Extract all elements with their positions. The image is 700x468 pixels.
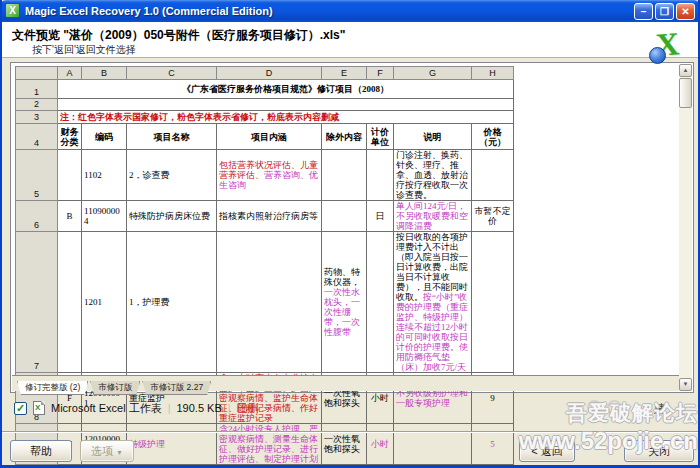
window-title: Magic Excel Recovery 1.0 (Commercial Edi… bbox=[25, 0, 273, 22]
cell: 120100010 bbox=[82, 465, 127, 468]
row-number: 6 bbox=[16, 201, 58, 232]
sheet-row: 10F120100010气管切开护理含吸痰、药物灌入、定时消毒、更换套管及纱布。… bbox=[16, 465, 514, 468]
cell: 含24小时设专人护理，严密观察病情、测量生命体征、做好护理记录、进行护理评估、制… bbox=[217, 424, 322, 465]
sheet-tab[interactable]: 市修订版 2.27 bbox=[142, 381, 211, 395]
merged-cell: 《广东省医疗服务价格项目规范》修订项目（2008） bbox=[58, 80, 514, 99]
cell bbox=[472, 150, 514, 201]
file-type-label: Microsoft Excel 工作表 bbox=[51, 401, 162, 416]
sheet-row: 2 bbox=[16, 99, 514, 111]
file-nav-icons: ‹ › bbox=[587, 400, 622, 415]
cell: 门诊注射、换药、针灸、理疗、推拿、血透、放射治疗按疗程收取一次诊查费。 bbox=[394, 150, 472, 201]
preview-subtitle: 按下'返回'返回文件选择 bbox=[32, 43, 136, 57]
cell bbox=[217, 232, 322, 373]
grid-corner-cell bbox=[16, 67, 58, 80]
cell bbox=[472, 232, 514, 373]
sheet-tabs-bar: 修订完整版 (2)市修订版市修订版 2.27 bbox=[12, 375, 679, 391]
cell: 日 bbox=[367, 201, 394, 232]
column-header: E bbox=[322, 67, 367, 80]
sheet-row: 4财务分类编码项目名称项目内涵除外内容计价单位说明价格（元） bbox=[16, 124, 514, 150]
column-header-row: ABCDEFGH bbox=[16, 67, 514, 80]
cell: 除外内容 bbox=[322, 124, 367, 150]
column-header: D bbox=[217, 67, 322, 80]
row-number: 1 bbox=[16, 80, 58, 99]
chevron-down-icon: ▼ bbox=[116, 449, 123, 456]
sheet-tab[interactable]: 修订完整版 (2) bbox=[17, 381, 88, 395]
next-file-icon[interactable]: › bbox=[607, 400, 622, 415]
cell: 市暂不定价 bbox=[472, 201, 514, 232]
cell: 2，诊查费 bbox=[127, 150, 217, 201]
separator: | bbox=[228, 402, 231, 414]
cell: 价格（元） bbox=[472, 124, 514, 150]
merged-cell: 注：红色字体表示国家修订，粉色字体表示省修订，粉底表示内容删减 bbox=[58, 111, 514, 124]
cell: 药物、特殊仪器，一次性水枕头，一次性绷带，一次性腹带 bbox=[322, 232, 367, 373]
sheet-row: 3注：红色字体表示国家修订，粉色字体表示省修订，粉底表示内容删减 bbox=[16, 111, 514, 124]
close-window-button[interactable]: ✕ bbox=[676, 3, 695, 20]
row-number: 10 bbox=[16, 465, 58, 468]
cell: 特殊防护病房床位费 bbox=[127, 201, 217, 232]
preview-title: 文件预览 "湛价（2009）050号附件（医疗服务项目修订）.xls" bbox=[12, 27, 345, 44]
cell: 说明 bbox=[394, 124, 472, 150]
cell: 1201 bbox=[82, 232, 127, 373]
cell: 60 bbox=[472, 465, 514, 468]
cell: 单人间124元/日，不另收取暖费和空调降温费 bbox=[394, 201, 472, 232]
column-header: F bbox=[367, 67, 394, 80]
app-logo-icon: X bbox=[650, 26, 690, 66]
file-info-row: ✓ X Microsoft Excel 工作表 | 190.5 KB | 已删 bbox=[14, 400, 259, 416]
scroll-down-icon[interactable]: ▼ bbox=[679, 378, 692, 391]
cell: 1，护理费 bbox=[127, 232, 217, 373]
minimize-button[interactable]: – bbox=[634, 3, 653, 20]
cell bbox=[322, 150, 367, 201]
column-header: A bbox=[58, 67, 82, 80]
sheet-row: 712011，护理费药物、特殊仪器，一次性水枕头，一次性绷带，一次性腹带按日收取… bbox=[16, 232, 514, 373]
cell: 特级护理 bbox=[127, 424, 217, 465]
help-button[interactable]: 帮助 bbox=[10, 440, 72, 462]
cell: F bbox=[58, 465, 82, 468]
maximize-button[interactable]: ❐ bbox=[655, 3, 674, 20]
row-number: 3 bbox=[16, 111, 58, 124]
file-checkbox[interactable]: ✓ bbox=[14, 402, 27, 415]
cell: 5 bbox=[472, 424, 514, 465]
cell: 一次性引流管,一次性气管套管,一次性吸痰管 bbox=[322, 465, 367, 468]
vertical-scrollbar[interactable]: ▲ ▼ bbox=[679, 64, 692, 391]
column-header: G bbox=[394, 67, 472, 80]
scrollbar-thumb[interactable] bbox=[679, 78, 692, 108]
cell: 1102 bbox=[82, 150, 127, 201]
cell: 日 bbox=[367, 465, 394, 468]
separator: | bbox=[168, 402, 171, 414]
cell: 指核素内照射治疗病房等 bbox=[217, 201, 322, 232]
cell bbox=[367, 232, 394, 373]
file-size-label: 190.5 KB bbox=[177, 402, 222, 414]
cell: 计价单位 bbox=[367, 124, 394, 150]
app-icon: X bbox=[5, 3, 20, 18]
stray-text: 建 bbox=[654, 401, 666, 418]
cell bbox=[58, 150, 82, 201]
logo-globe-icon bbox=[649, 47, 666, 64]
cell bbox=[394, 424, 472, 465]
merged-cell bbox=[58, 99, 514, 111]
options-dropdown-button[interactable]: 选项 ▼ bbox=[80, 440, 134, 462]
excel-file-icon: X bbox=[33, 401, 45, 415]
cell: 110900004 bbox=[82, 201, 127, 232]
spreadsheet-preview-panel[interactable]: ABCDEFGH1《广东省医疗服务价格项目规范》修订项目（2008）23注：红色… bbox=[10, 62, 694, 393]
close-button[interactable]: 关闭 bbox=[624, 440, 694, 462]
cell: 气管切开护理 bbox=[127, 465, 217, 468]
column-header: B bbox=[82, 67, 127, 80]
cell: B bbox=[58, 201, 82, 232]
sheet-tab[interactable]: 市修订版 bbox=[90, 381, 140, 395]
cell bbox=[367, 150, 394, 201]
row-number: 7 bbox=[16, 232, 58, 373]
cell: 一次性氧饱和探头 bbox=[322, 424, 367, 465]
cell: 按日收取的各项护理费计入不计出（即入院当日按一日计算收费，出院当日不计算收费），… bbox=[394, 232, 472, 373]
cell: 项目名称 bbox=[127, 124, 217, 150]
cell: 财务分类 bbox=[58, 124, 82, 150]
back-button[interactable]: < 返回 bbox=[519, 440, 575, 462]
sheet-row: 6B110900004特殊防护病房床位费指核素内照射治疗病房等日单人间124元/… bbox=[16, 201, 514, 232]
sheet-row: 511022，诊查费包括营养状况评估、儿童营养评估、营养咨询、优生咨询门诊注射、… bbox=[16, 150, 514, 201]
cell: 包括营养状况评估、儿童营养评估、营养咨询、优生咨询 bbox=[217, 150, 322, 201]
cell: 项目内涵 bbox=[217, 124, 322, 150]
row-number: 2 bbox=[16, 99, 58, 111]
cell: 小时 bbox=[367, 424, 394, 465]
prev-file-icon[interactable]: ‹ bbox=[587, 400, 602, 415]
cell: 编码 bbox=[82, 124, 127, 150]
deleted-status-badge: 已删 bbox=[237, 401, 259, 416]
